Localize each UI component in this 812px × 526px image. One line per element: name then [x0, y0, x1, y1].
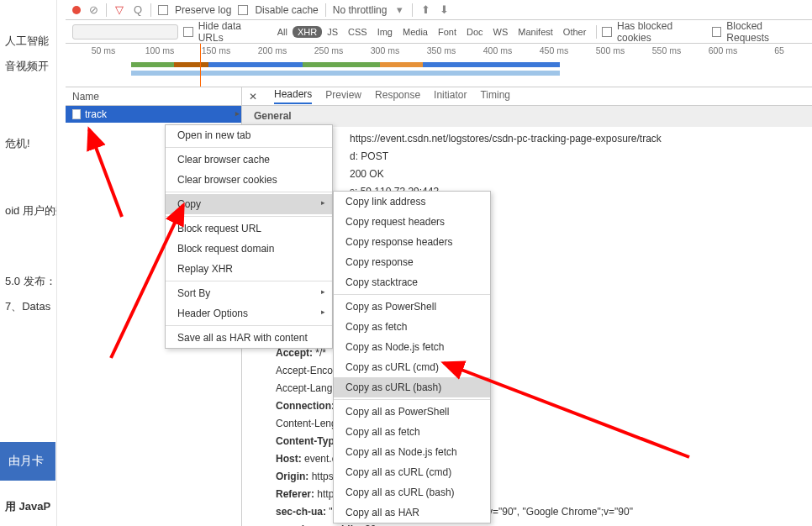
- ctx-item[interactable]: Copy all as cURL (bash): [334, 482, 490, 502]
- ctx-item[interactable]: Copy all as fetch: [334, 422, 490, 442]
- ctx-item[interactable]: Copy: [166, 194, 332, 214]
- left-item[interactable]: 5.0 发布：支: [0, 271, 56, 292]
- blocked-cookies-checkbox[interactable]: [602, 27, 612, 37]
- preserve-log-checkbox[interactable]: [158, 5, 168, 15]
- tab-response[interactable]: Response: [375, 89, 420, 103]
- preserve-log-label: Preserve log: [175, 4, 231, 16]
- ctx-item[interactable]: Copy as cURL (cmd): [334, 357, 490, 377]
- ctx-item[interactable]: Open in new tab: [166, 125, 332, 145]
- ctx-item[interactable]: Header Options: [166, 303, 332, 323]
- left-item[interactable]: 音视频开: [0, 55, 56, 77]
- filter-pill-css[interactable]: CSS: [343, 26, 372, 38]
- blocked-requests-label: Blocked Requests: [726, 20, 805, 44]
- ctx-item[interactable]: Copy as PowerShell: [334, 297, 490, 317]
- ctx-item[interactable]: Block request domain: [166, 239, 332, 259]
- blocked-requests-checkbox[interactable]: [712, 27, 722, 37]
- download-icon[interactable]: ⬇: [438, 4, 450, 16]
- ruler-tick: 100 ms: [145, 45, 174, 55]
- ctx-item[interactable]: Block request URL: [166, 218, 332, 239]
- ctx-item[interactable]: Clear browser cache: [166, 150, 332, 170]
- filter-pill-xhr[interactable]: XHR: [293, 26, 322, 38]
- ruler-tick: 600 ms: [709, 45, 737, 55]
- file-icon: [72, 109, 81, 119]
- ruler-tick: 550 ms: [652, 45, 681, 55]
- context-submenu-copy[interactable]: Copy link addressCopy request headersCop…: [333, 191, 491, 523]
- context-menu[interactable]: Open in new tabClear browser cacheClear …: [165, 124, 333, 349]
- request-row-track[interactable]: track: [66, 106, 241, 123]
- left-item: pet 生成代码: [0, 521, 56, 526]
- ctx-item[interactable]: Copy as fetch: [334, 317, 490, 337]
- ctx-item[interactable]: Copy request headers: [334, 212, 490, 232]
- ctx-item[interactable]: Copy all as HAR: [334, 502, 490, 523]
- ruler-tick: 65: [774, 45, 784, 55]
- ruler-tick: 50 ms: [92, 45, 116, 55]
- tab-initiator[interactable]: Initiator: [434, 89, 467, 103]
- search-icon[interactable]: Q: [132, 4, 144, 16]
- ruler-tick: 250 ms: [314, 45, 343, 55]
- ctx-item[interactable]: Save all as HAR with content: [166, 328, 332, 348]
- filter-pill-ws[interactable]: WS: [488, 26, 514, 38]
- ruler-tick: 400 ms: [483, 45, 512, 55]
- filter-bar: Hide data URLs AllXHRJSCSSImgMediaFontDo…: [66, 20, 812, 44]
- filter-icon[interactable]: ▽: [113, 4, 125, 16]
- filter-pill-doc[interactable]: Doc: [461, 26, 488, 38]
- waterfall-timeline[interactable]: 50 ms100 ms150 ms200 ms250 ms300 ms350 m…: [66, 44, 812, 87]
- promo-block[interactable]: 由月卡: [0, 442, 55, 481]
- ctx-item[interactable]: Copy all as PowerShell: [334, 402, 490, 422]
- ctx-item[interactable]: Sort By: [166, 283, 332, 303]
- hide-data-urls-label: Hide data URLs: [198, 20, 267, 44]
- filter-pill-manifest[interactable]: Manifest: [513, 26, 558, 38]
- tab-preview[interactable]: Preview: [325, 89, 361, 103]
- left-item[interactable]: 用 JavaP: [0, 496, 56, 518]
- ruler-tick: 300 ms: [371, 45, 399, 55]
- left-item[interactable]: 人工智能: [0, 30, 56, 52]
- playhead[interactable]: [200, 44, 201, 87]
- ctx-item[interactable]: Copy response headers: [334, 232, 490, 252]
- ctx-item[interactable]: Copy as cURL (bash): [334, 377, 490, 397]
- disable-cache-checkbox[interactable]: [238, 5, 248, 15]
- ctx-item[interactable]: Copy as Node.js fetch: [334, 337, 490, 357]
- left-item[interactable]: oid 用户的数: [0, 200, 56, 222]
- close-icon[interactable]: ✕: [249, 91, 261, 103]
- throttling-dropdown-icon[interactable]: ▾: [393, 4, 405, 16]
- filter-pill-other[interactable]: Other: [558, 26, 592, 38]
- tab-timing[interactable]: Timing: [480, 89, 510, 103]
- throttling-select[interactable]: No throttling: [333, 4, 388, 16]
- upload-icon[interactable]: ⬆: [419, 4, 431, 16]
- ruler-tick: 200 ms: [258, 45, 287, 55]
- ctx-item[interactable]: Replay XHR: [166, 259, 332, 279]
- ctx-item[interactable]: Copy link address: [334, 192, 490, 212]
- tab-headers[interactable]: Headers: [274, 88, 312, 104]
- filter-pill-font[interactable]: Font: [433, 26, 461, 38]
- ruler-tick: 350 ms: [427, 45, 456, 55]
- timeline-bar: [131, 71, 560, 76]
- blocked-cookies-label: Has blocked cookies: [617, 20, 707, 44]
- left-item[interactable]: 7、Datas: [0, 296, 56, 318]
- ctx-item[interactable]: Copy response: [334, 252, 490, 272]
- network-toolbar: ⊘ ▽ Q Preserve log Disable cache No thro…: [66, 0, 812, 20]
- column-header-name[interactable]: Name: [66, 87, 241, 106]
- filter-pill-media[interactable]: Media: [398, 26, 433, 38]
- disable-cache-label: Disable cache: [255, 4, 318, 16]
- filter-pill-all[interactable]: All: [272, 26, 293, 38]
- ctx-item[interactable]: Copy all as Node.js fetch: [334, 442, 490, 462]
- clear-icon[interactable]: ⊘: [87, 4, 99, 16]
- filter-pill-js[interactable]: JS: [322, 26, 343, 38]
- hide-data-urls-checkbox[interactable]: [183, 27, 193, 37]
- ruler-tick: 500 ms: [596, 45, 625, 55]
- filter-pill-img[interactable]: Img: [372, 26, 398, 38]
- detail-tabs: ✕ Headers Preview Response Initiator Tim…: [242, 87, 812, 106]
- ctx-item[interactable]: Copy stacktrace: [334, 272, 490, 292]
- request-name: track: [85, 108, 107, 120]
- ruler-tick: 450 ms: [540, 45, 568, 55]
- filter-input[interactable]: [72, 24, 178, 39]
- ruler-tick: 150 ms: [202, 45, 230, 55]
- timeline-bar: [131, 62, 560, 67]
- ctx-item[interactable]: Copy all as cURL (cmd): [334, 462, 490, 482]
- left-item[interactable]: 危机!: [0, 133, 56, 155]
- ctx-item[interactable]: Clear browser cookies: [166, 170, 332, 190]
- record-icon[interactable]: [72, 6, 81, 14]
- page-left-sliver: 人工智能 音视频开 危机! oid 用户的数 5.0 发布：支 7、Datas …: [0, 0, 57, 526]
